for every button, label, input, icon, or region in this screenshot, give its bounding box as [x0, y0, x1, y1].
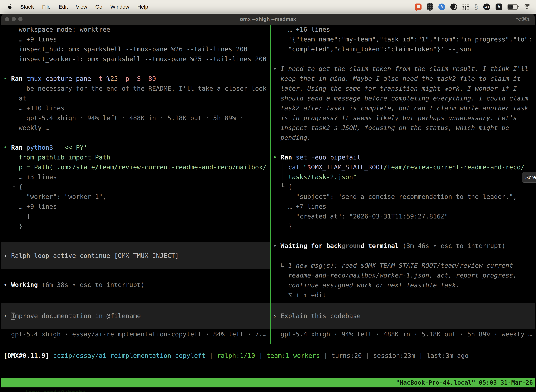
- apple-menu-icon[interactable]: [7, 4, 12, 10]
- menu-item-edit[interactable]: Edit: [59, 4, 68, 10]
- window-title-bar[interactable]: omx --xhigh --madmax ⌥⌘1: [1, 14, 535, 25]
- menu-item-file[interactable]: File: [42, 4, 50, 10]
- terminal-line: }: [271, 221, 535, 231]
- terminal-line: └ {: [271, 182, 535, 192]
- menu-item-window[interactable]: Window: [110, 4, 129, 10]
- terminal-line: readme-and-reco/mailbox/worker-1.json, a…: [271, 271, 535, 280]
- terminal-line: continue assigned work or next feasible …: [271, 280, 535, 290]
- terminal-line: "subject": "send a concise recommendatio…: [271, 192, 535, 202]
- security-grid-icon[interactable]: [427, 3, 433, 10]
- menu-status-icons: ϟ § ..61 A: [415, 3, 536, 10]
- omx-hud-status-line: [OMX#0.11.9] cczip/essay/ai-reimplementa…: [1, 351, 535, 361]
- terminal-line: • Ran tmux capture-pane -t %25 -p -S -80: [1, 74, 270, 84]
- terminal-line: workspace_mode: worktree: [1, 25, 270, 34]
- tmux-pane-right[interactable]: … +16 lines '{"team_name":"my-team","tas…: [271, 25, 535, 344]
- minimize-button[interactable]: [12, 17, 16, 21]
- prompt-input-left[interactable]: › Improve documentation in @filename: [1, 303, 270, 329]
- terminal-line: gpt-5.4 xhigh · 94% left · 488K in · 5.1…: [1, 113, 270, 123]
- terminal-line: be necessary for the end of the README. …: [1, 84, 270, 93]
- terminal-line: inspect task2's JSON, focusing on the st…: [271, 123, 535, 133]
- close-button[interactable]: [5, 17, 9, 21]
- terminal-line: tasks/task-2.json": [271, 172, 535, 182]
- terminal-line: later. Using the same for transition mig…: [271, 84, 535, 93]
- terminal-window: omx --xhigh --madmax ⌥⌘1 workspace_mode:…: [1, 14, 535, 392]
- menu-item-help[interactable]: Help: [137, 4, 148, 10]
- terminal-line: ↳ 1 new msg(s): read $OMX_TEAM_STATE_ROO…: [271, 261, 535, 271]
- menu-app-name[interactable]: Slack: [20, 4, 34, 10]
- terminal-line: • Ran python3 - <<'PY': [1, 143, 270, 152]
- terminal-line: • Waiting for background terminal (3m 46…: [271, 241, 535, 251]
- terminal-output: workspace_mode: worktree … +9 lines insp…: [1, 25, 270, 231]
- tree-connector-line: [13, 153, 13, 183]
- terminal-line: [271, 231, 535, 241]
- terminal-line: └ {: [1, 182, 270, 192]
- traffic-lights: [5, 14, 23, 25]
- terminal-line: … +3 lines: [1, 172, 270, 182]
- moon-icon[interactable]: [450, 4, 457, 10]
- terminal-line: … +7 lines: [271, 202, 535, 211]
- tmux-pane-left[interactable]: workspace_mode: worktree … +9 lines insp…: [1, 25, 270, 344]
- stats-bolt-icon[interactable]: ϟ: [438, 4, 445, 10]
- terminal-line: [271, 143, 535, 152]
- wifi-icon[interactable]: [523, 4, 531, 10]
- terminal-line: [1, 64, 270, 74]
- ralph-loop-banner: › Ralph loop active continue [OMX_TMUX_I…: [1, 242, 270, 269]
- model-status-line-left: gpt-5.4 xhigh · essay/ai-reimplementatio…: [1, 329, 270, 339]
- hook-icon[interactable]: §: [474, 4, 478, 10]
- terminal-line: weekly …: [1, 123, 270, 133]
- tmux-status-bar: [omx-cczip0:bash* "MacBook-Pro-44.local"…: [1, 378, 535, 387]
- terminal-content: workspace_mode: worktree … +9 lines insp…: [1, 25, 535, 392]
- working-status-line: • Working (6m 38s • esc to interrupt): [1, 280, 270, 290]
- terminal-line: "created_at": "2026-03-31T11:59:27.816Z": [271, 211, 535, 221]
- chat-icon[interactable]: [415, 4, 421, 10]
- terminal-line: is in progress? It seems likely but perh…: [271, 113, 535, 123]
- terminal-line: … +16 lines: [271, 25, 535, 34]
- inactive-pane-border: [271, 344, 535, 344]
- terminal-line: ]: [1, 211, 270, 221]
- tmux-session-label: [omx-cczip0:bash*: [25, 389, 86, 392]
- terminal-output: … +16 lines '{"team_name":"my-team","tas…: [271, 25, 535, 300]
- terminal-line: inspect_hud: omx sparkshell --tmux-pane …: [1, 44, 270, 54]
- prompt-input-right[interactable]: › Explain this codebase: [271, 303, 535, 329]
- terminal-line: "completed","claim_token":"claim-token"}…: [271, 44, 535, 54]
- menu-item-go[interactable]: Go: [95, 4, 102, 10]
- terminal-line: … +9 lines: [1, 34, 270, 44]
- terminal-line: }: [1, 221, 270, 231]
- badge-61-icon[interactable]: ..61: [483, 4, 490, 10]
- active-pane-border: [1, 344, 270, 344]
- window-shortcut-badge: ⌥⌘1: [516, 16, 530, 22]
- screenshot-tooltip-label: Scre: [525, 174, 536, 180]
- terminal-line: pending.: [271, 133, 535, 143]
- terminal-line: [271, 251, 535, 261]
- zoom-button[interactable]: [18, 17, 23, 21]
- model-status-line-right: gpt-5.4 xhigh · 94% left · 488K in · 5.1…: [271, 329, 535, 339]
- terminal-line: … +110 lines: [1, 103, 270, 113]
- terminal-line: … +9 lines: [1, 202, 270, 211]
- window-title: omx --xhigh --madmax: [240, 16, 296, 22]
- screenshot-tooltip: Scre: [522, 172, 536, 183]
- tree-connector-line: [282, 163, 282, 183]
- terminal-line: at: [1, 93, 270, 103]
- terminal-line: ⌥ + ↑ edit: [271, 290, 535, 300]
- menu-item-view[interactable]: View: [76, 4, 87, 10]
- terminal-line: "worker": "worker-1",: [1, 192, 270, 202]
- terminal-line: should send a message before completing …: [271, 93, 535, 103]
- terminal-line: cat "$OMX_TEAM_STATE_ROOT/team/review-cu…: [271, 162, 535, 172]
- terminal-line: • Ran set -euo pipefail: [271, 152, 535, 162]
- terminal-line: p = Path('.omx/state/team/review-current…: [1, 162, 270, 172]
- terminal-line: '{"team_name":"my-team","task_id":"1","f…: [271, 34, 535, 44]
- battery-icon[interactable]: [507, 4, 518, 10]
- terminal-line: [1, 133, 270, 143]
- terminal-line: • I need to get the claim token from the…: [271, 64, 535, 74]
- terminal-line: from pathlib import Path: [1, 152, 270, 162]
- terminal-line: keep that in mind. Maybe I also need the…: [271, 74, 535, 84]
- input-source-icon[interactable]: A: [496, 4, 502, 10]
- terminal-line: [271, 54, 535, 64]
- terminal-line: inspect_worker-1: omx sparkshell --tmux-…: [1, 54, 270, 64]
- tmux-host-clock: "MacBook-Pro-44.local" 05:03 31-Mar-26: [396, 378, 533, 387]
- apps-grid-icon[interactable]: [462, 4, 469, 10]
- menu-bar: Slack File Edit View Go Window Help ϟ § …: [0, 0, 536, 14]
- tree-corner-glyph: └: [10, 76, 13, 83]
- terminal-line: task2 after task1 is complete, but can I…: [271, 103, 535, 113]
